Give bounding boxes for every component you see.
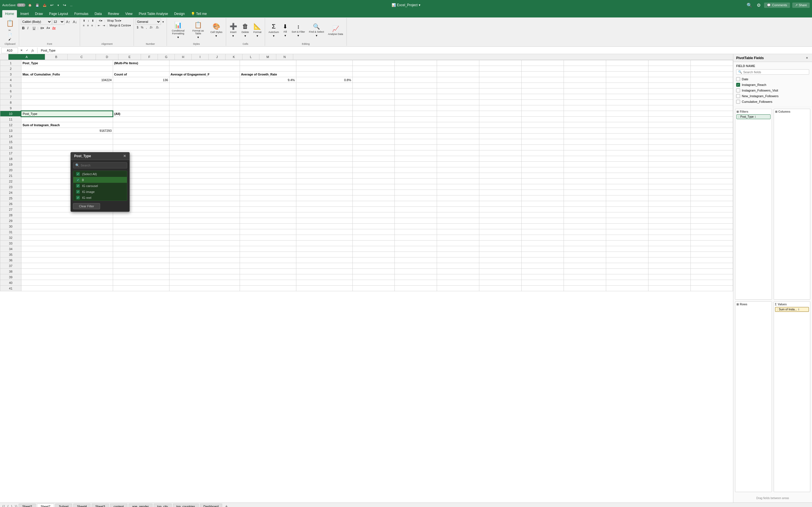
cell-41-8[interactable]: [479, 286, 522, 291]
cell-22-9[interactable]: [522, 179, 564, 184]
cell-17-11[interactable]: [606, 151, 649, 156]
cell-33-7[interactable]: [437, 240, 479, 246]
cell-24-4[interactable]: [296, 190, 352, 195]
cell-32-6[interactable]: [395, 235, 437, 240]
cell-15-9[interactable]: [522, 139, 564, 145]
cell-34-2[interactable]: [169, 246, 240, 252]
filter-item--select-all-[interactable]: ✓(Select All): [73, 171, 127, 177]
cell-20-10[interactable]: [564, 167, 606, 173]
filter-checkbox[interactable]: ✓: [76, 196, 80, 200]
cell-39-13[interactable]: [691, 274, 733, 280]
cell-14-8[interactable]: [479, 133, 522, 139]
cancel-formula-btn[interactable]: ✕: [19, 48, 24, 52]
cell-6-7[interactable]: [437, 89, 479, 94]
cell-40-4[interactable]: [296, 280, 352, 286]
cell-3-5[interactable]: [352, 71, 395, 77]
cell-1-10[interactable]: [564, 60, 606, 66]
cell-4-2[interactable]: [169, 77, 240, 83]
cell-22-10[interactable]: [564, 179, 606, 184]
cell-21-12[interactable]: [649, 173, 691, 179]
cell-7-5[interactable]: [352, 94, 395, 100]
filter-tag-info[interactable]: ℹ: [755, 115, 756, 118]
filter-checkbox[interactable]: ✓: [76, 178, 80, 182]
filter-search-input[interactable]: [81, 164, 125, 167]
cell-26-4[interactable]: [296, 201, 352, 207]
values-tag[interactable]: : Sum of Insta... ℹ: [775, 307, 809, 312]
cell-31-1[interactable]: [113, 229, 169, 235]
row-number-15[interactable]: 15: [0, 139, 21, 145]
cell-11-3[interactable]: [240, 117, 296, 122]
cell-24-12[interactable]: [649, 190, 691, 195]
row-number-27[interactable]: 27: [0, 207, 21, 212]
cell-19-11[interactable]: [606, 162, 649, 167]
tab-page-layout[interactable]: Page Layout: [46, 10, 71, 17]
cell-31-7[interactable]: [437, 229, 479, 235]
cell-23-12[interactable]: [649, 184, 691, 190]
cell-41-11[interactable]: [606, 286, 649, 291]
cell-24-3[interactable]: [240, 190, 296, 195]
cell-28-11[interactable]: [606, 212, 649, 218]
cell-23-11[interactable]: [606, 184, 649, 190]
cell-29-4[interactable]: [296, 218, 352, 224]
cell-2-0[interactable]: [21, 66, 113, 71]
cell-41-9[interactable]: [522, 286, 564, 291]
cell-37-0[interactable]: [21, 263, 113, 269]
cell-35-8[interactable]: [479, 252, 522, 258]
row-number-37[interactable]: 37: [0, 263, 21, 269]
cell-20-12[interactable]: [649, 167, 691, 173]
cell-5-11[interactable]: [606, 83, 649, 89]
cell-40-11[interactable]: [606, 280, 649, 286]
cell-25-12[interactable]: [649, 195, 691, 201]
cell-28-5[interactable]: [352, 212, 395, 218]
cell-41-12[interactable]: [649, 286, 691, 291]
cell-20-2[interactable]: [169, 167, 240, 173]
search-btn[interactable]: 🔍: [746, 2, 753, 8]
cell-11-8[interactable]: [479, 117, 522, 122]
cell-23-2[interactable]: [169, 184, 240, 190]
orientation-btn[interactable]: ⟲▾: [98, 18, 103, 23]
cell-2-13[interactable]: [691, 66, 733, 71]
cell-9-6[interactable]: [395, 105, 437, 111]
indent-decrease-btn[interactable]: ⇤: [97, 23, 101, 27]
cell-2-12[interactable]: [649, 66, 691, 71]
cell-23-10[interactable]: [564, 184, 606, 190]
col-header-i[interactable]: I: [192, 54, 209, 60]
cell-14-2[interactable]: [169, 133, 240, 139]
align-middle-btn[interactable]: ↕: [87, 18, 90, 23]
cell-29-10[interactable]: [564, 218, 606, 224]
cell-29-2[interactable]: [169, 218, 240, 224]
cell-18-8[interactable]: [479, 156, 522, 162]
cell-7-12[interactable]: [649, 94, 691, 100]
cell-20-3[interactable]: [240, 167, 296, 173]
filter-checkbox[interactable]: ✓: [76, 190, 80, 193]
cell-40-2[interactable]: [169, 280, 240, 286]
cell-31-11[interactable]: [606, 229, 649, 235]
sheet-nav-last[interactable]: ⟩⟩: [13, 504, 18, 507]
cell-9-11[interactable]: [606, 105, 649, 111]
cell-8-4[interactable]: [296, 100, 352, 105]
row-number-40[interactable]: 40: [0, 280, 21, 286]
cell-13-7[interactable]: [437, 128, 479, 133]
cell-30-4[interactable]: [296, 224, 352, 229]
row-number-33[interactable]: 33: [0, 240, 21, 246]
row-number-10[interactable]: 10: [0, 111, 21, 117]
percent-btn[interactable]: %: [140, 25, 145, 30]
cell-10-4[interactable]: [296, 111, 352, 117]
cell-39-0[interactable]: [21, 274, 113, 280]
cell-30-12[interactable]: [649, 224, 691, 229]
row-number-3[interactable]: 3: [0, 71, 21, 77]
cell-20-8[interactable]: [479, 167, 522, 173]
find-select-btn[interactable]: 🔍 Find & Select ▾: [307, 22, 326, 38]
cell-34-1[interactable]: [113, 246, 169, 252]
cell-17-7[interactable]: [437, 151, 479, 156]
col-header-e[interactable]: E: [118, 54, 141, 60]
insert-function-btn[interactable]: 𝑓𝑥: [31, 48, 35, 53]
cell-19-5[interactable]: [352, 162, 395, 167]
cell-16-10[interactable]: [564, 145, 606, 151]
cell-1-13[interactable]: [691, 60, 733, 66]
cell-32-5[interactable]: [352, 235, 395, 240]
cell-27-5[interactable]: [352, 207, 395, 212]
cell-1-7[interactable]: [437, 60, 479, 66]
cell-6-4[interactable]: [296, 89, 352, 94]
cell-30-10[interactable]: [564, 224, 606, 229]
